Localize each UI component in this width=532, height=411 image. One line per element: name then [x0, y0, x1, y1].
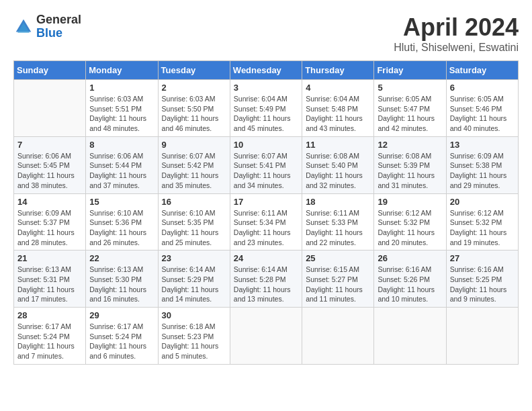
calendar-cell: 27Sunrise: 6:16 AM Sunset: 5:25 PM Dayli…	[446, 250, 518, 308]
header-monday: Monday	[86, 61, 158, 80]
day-info: Sunrise: 6:08 AM Sunset: 5:40 PM Dayligh…	[306, 151, 370, 191]
header-wednesday: Wednesday	[230, 61, 302, 80]
day-info: Sunrise: 6:14 AM Sunset: 5:28 PM Dayligh…	[234, 265, 298, 304]
day-info: Sunrise: 6:05 AM Sunset: 5:47 PM Dayligh…	[378, 94, 442, 134]
calendar-cell: 11Sunrise: 6:08 AM Sunset: 5:40 PM Dayli…	[302, 136, 374, 193]
day-number: 8	[89, 140, 154, 150]
calendar-cell: 28Sunrise: 6:17 AM Sunset: 5:24 PM Dayli…	[14, 308, 86, 365]
logo-general: General	[36, 13, 81, 27]
day-number: 6	[450, 83, 515, 93]
calendar-cell: 18Sunrise: 6:11 AM Sunset: 5:33 PM Dayli…	[302, 193, 374, 250]
day-number: 26	[378, 253, 442, 263]
day-number: 16	[162, 197, 226, 207]
week-row-5: 28Sunrise: 6:17 AM Sunset: 5:24 PM Dayli…	[14, 308, 519, 365]
day-info: Sunrise: 6:09 AM Sunset: 5:38 PM Dayligh…	[450, 151, 515, 191]
day-number: 15	[89, 197, 154, 207]
day-number: 14	[17, 197, 82, 207]
day-number: 18	[306, 197, 370, 207]
day-info: Sunrise: 6:17 AM Sunset: 5:24 PM Dayligh…	[89, 322, 154, 361]
day-number: 17	[234, 197, 298, 207]
day-number: 10	[234, 140, 298, 150]
day-number: 1	[89, 83, 154, 93]
calendar-cell: 26Sunrise: 6:16 AM Sunset: 5:26 PM Dayli…	[374, 250, 446, 308]
calendar-cell: 1Sunrise: 6:03 AM Sunset: 5:51 PM Daylig…	[86, 80, 158, 137]
calendar-cell: 23Sunrise: 6:14 AM Sunset: 5:29 PM Dayli…	[158, 250, 230, 308]
calendar-cell: 10Sunrise: 6:07 AM Sunset: 5:41 PM Dayli…	[230, 136, 302, 193]
day-info: Sunrise: 6:06 AM Sunset: 5:45 PM Dayligh…	[17, 151, 82, 191]
logo: General Blue	[13, 13, 81, 40]
calendar-cell: 17Sunrise: 6:11 AM Sunset: 5:34 PM Dayli…	[230, 193, 302, 250]
day-info: Sunrise: 6:04 AM Sunset: 5:48 PM Dayligh…	[306, 94, 370, 134]
calendar-table: SundayMondayTuesdayWednesdayThursdayFrid…	[13, 60, 519, 365]
calendar-cell: 24Sunrise: 6:14 AM Sunset: 5:28 PM Dayli…	[230, 250, 302, 308]
calendar-header-row: SundayMondayTuesdayWednesdayThursdayFrid…	[14, 61, 519, 80]
day-info: Sunrise: 6:12 AM Sunset: 5:32 PM Dayligh…	[378, 208, 442, 248]
calendar-cell: 5Sunrise: 6:05 AM Sunset: 5:47 PM Daylig…	[374, 80, 446, 137]
calendar-cell	[14, 80, 86, 137]
day-info: Sunrise: 6:13 AM Sunset: 5:31 PM Dayligh…	[17, 265, 82, 304]
day-number: 24	[234, 253, 298, 263]
header-saturday: Saturday	[446, 61, 518, 80]
calendar-cell: 20Sunrise: 6:12 AM Sunset: 5:32 PM Dayli…	[446, 193, 518, 250]
calendar-cell: 15Sunrise: 6:10 AM Sunset: 5:36 PM Dayli…	[86, 193, 158, 250]
month-title: April 2024	[394, 13, 519, 42]
week-row-4: 21Sunrise: 6:13 AM Sunset: 5:31 PM Dayli…	[14, 250, 519, 308]
calendar-cell	[446, 308, 518, 365]
calendar-cell: 6Sunrise: 6:05 AM Sunset: 5:46 PM Daylig…	[446, 80, 518, 137]
day-number: 25	[306, 253, 370, 263]
calendar-cell: 16Sunrise: 6:10 AM Sunset: 5:35 PM Dayli…	[158, 193, 230, 250]
calendar-cell	[230, 308, 302, 365]
day-number: 4	[306, 83, 370, 93]
day-number: 30	[162, 310, 226, 320]
day-info: Sunrise: 6:07 AM Sunset: 5:41 PM Dayligh…	[234, 151, 298, 191]
header-thursday: Thursday	[302, 61, 374, 80]
header: General Blue April 2024 Hluti, Shiselwen…	[13, 13, 519, 54]
location-title: Hluti, Shiselweni, Eswatini	[394, 42, 519, 54]
day-number: 28	[17, 310, 82, 320]
day-info: Sunrise: 6:11 AM Sunset: 5:34 PM Dayligh…	[234, 208, 298, 248]
day-info: Sunrise: 6:16 AM Sunset: 5:26 PM Dayligh…	[378, 265, 442, 304]
calendar-cell: 4Sunrise: 6:04 AM Sunset: 5:48 PM Daylig…	[302, 80, 374, 137]
day-info: Sunrise: 6:07 AM Sunset: 5:42 PM Dayligh…	[162, 151, 226, 191]
logo-blue: Blue	[36, 27, 81, 40]
day-info: Sunrise: 6:05 AM Sunset: 5:46 PM Dayligh…	[450, 94, 515, 134]
calendar-cell: 8Sunrise: 6:06 AM Sunset: 5:44 PM Daylig…	[86, 136, 158, 193]
header-friday: Friday	[374, 61, 446, 80]
day-info: Sunrise: 6:17 AM Sunset: 5:24 PM Dayligh…	[17, 322, 82, 361]
day-number: 19	[378, 197, 442, 207]
day-info: Sunrise: 6:06 AM Sunset: 5:44 PM Dayligh…	[89, 151, 154, 191]
calendar-cell	[374, 308, 446, 365]
calendar-cell: 25Sunrise: 6:15 AM Sunset: 5:27 PM Dayli…	[302, 250, 374, 308]
day-number: 29	[89, 310, 154, 320]
calendar-cell: 7Sunrise: 6:06 AM Sunset: 5:45 PM Daylig…	[14, 136, 86, 193]
calendar-cell: 29Sunrise: 6:17 AM Sunset: 5:24 PM Dayli…	[86, 308, 158, 365]
day-number: 2	[162, 83, 226, 93]
day-info: Sunrise: 6:03 AM Sunset: 5:50 PM Dayligh…	[162, 94, 226, 134]
day-number: 22	[89, 253, 154, 263]
day-info: Sunrise: 6:16 AM Sunset: 5:25 PM Dayligh…	[450, 265, 515, 304]
day-number: 9	[162, 140, 226, 150]
day-number: 20	[450, 197, 515, 207]
day-info: Sunrise: 6:09 AM Sunset: 5:37 PM Dayligh…	[17, 208, 82, 248]
day-info: Sunrise: 6:15 AM Sunset: 5:27 PM Dayligh…	[306, 265, 370, 304]
calendar-cell: 13Sunrise: 6:09 AM Sunset: 5:38 PM Dayli…	[446, 136, 518, 193]
day-info: Sunrise: 6:10 AM Sunset: 5:36 PM Dayligh…	[89, 208, 154, 248]
day-number: 13	[450, 140, 515, 150]
calendar-cell: 2Sunrise: 6:03 AM Sunset: 5:50 PM Daylig…	[158, 80, 230, 137]
calendar-cell: 3Sunrise: 6:04 AM Sunset: 5:49 PM Daylig…	[230, 80, 302, 137]
day-number: 11	[306, 140, 370, 150]
day-info: Sunrise: 6:03 AM Sunset: 5:51 PM Dayligh…	[89, 94, 154, 134]
day-number: 12	[378, 140, 442, 150]
day-info: Sunrise: 6:10 AM Sunset: 5:35 PM Dayligh…	[162, 208, 226, 248]
day-number: 21	[17, 253, 82, 263]
calendar-cell: 30Sunrise: 6:18 AM Sunset: 5:23 PM Dayli…	[158, 308, 230, 365]
week-row-1: 1Sunrise: 6:03 AM Sunset: 5:51 PM Daylig…	[14, 80, 519, 137]
day-number: 7	[17, 140, 82, 150]
calendar-cell: 21Sunrise: 6:13 AM Sunset: 5:31 PM Dayli…	[14, 250, 86, 308]
day-info: Sunrise: 6:14 AM Sunset: 5:29 PM Dayligh…	[162, 265, 226, 304]
title-area: April 2024 Hluti, Shiselweni, Eswatini	[394, 13, 519, 54]
calendar-cell: 22Sunrise: 6:13 AM Sunset: 5:30 PM Dayli…	[86, 250, 158, 308]
header-sunday: Sunday	[14, 61, 86, 80]
day-number: 5	[378, 83, 442, 93]
day-number: 27	[450, 253, 515, 263]
